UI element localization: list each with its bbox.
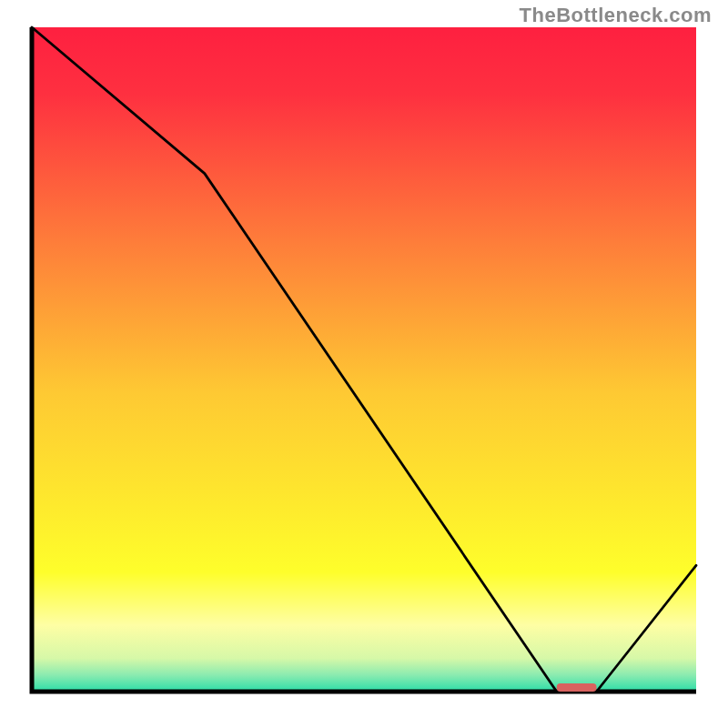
chart-root: TheBottleneck.com (0, 0, 728, 728)
chart-canvas (0, 0, 728, 728)
optimal-range-marker (557, 683, 597, 692)
plot-background (32, 27, 696, 692)
watermark-text: TheBottleneck.com (520, 4, 712, 27)
